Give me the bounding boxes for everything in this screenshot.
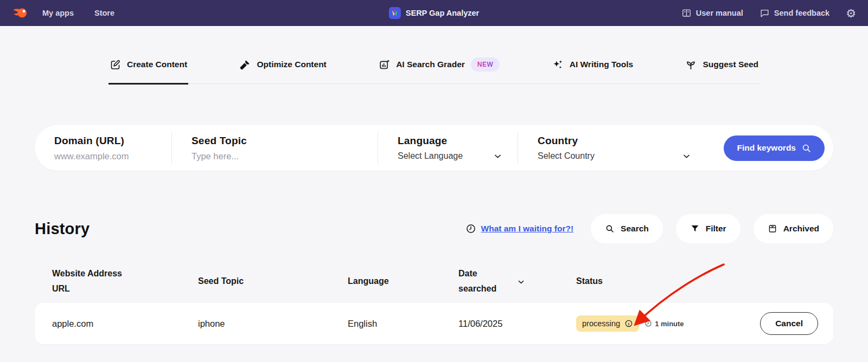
seed-topic-field: Seed Topic <box>171 132 378 164</box>
history-title: History <box>35 220 90 238</box>
elapsed-time: 1 minute <box>644 320 684 328</box>
tab-ai-writing-tools[interactable]: AI Writing Tools <box>551 57 634 83</box>
hammer-icon <box>239 59 251 70</box>
archive-box-icon <box>768 224 777 234</box>
search-button[interactable]: Search <box>591 214 663 243</box>
info-icon <box>624 319 633 328</box>
seed-topic-input[interactable] <box>192 151 363 161</box>
filter-funnel-icon <box>690 224 700 234</box>
language-label: Language <box>398 135 512 147</box>
nav-store[interactable]: Store <box>94 9 114 17</box>
chevron-down-icon <box>682 152 691 161</box>
country-label: Country <box>538 135 701 147</box>
tab-ai-search-grader[interactable]: AI Search Grader NEW <box>378 57 501 83</box>
settings-gear-icon[interactable]: ⚙ <box>846 8 856 19</box>
edit-icon <box>110 59 121 70</box>
topbar: My apps Store SERP Gap Analyzer User man… <box>0 0 868 26</box>
user-manual-button[interactable]: User manual <box>681 8 743 18</box>
cell-website: apple.com <box>52 319 198 329</box>
tab-suggest-seed[interactable]: Suggest Seed <box>684 57 760 83</box>
col-language: Language <box>348 274 458 289</box>
search-icon <box>605 224 615 234</box>
seed-topic-label: Seed Topic <box>192 135 372 147</box>
clock-icon <box>644 320 652 327</box>
waiting-info-link[interactable]: What am I waiting for?! <box>465 223 574 234</box>
book-icon <box>681 8 692 18</box>
find-keywords-button[interactable]: Find keywords <box>724 135 825 161</box>
tab-create-content[interactable]: Create Content <box>108 57 188 83</box>
language-field: Language Select Language <box>378 132 518 164</box>
history-header: History What am I waiting for?! Search F… <box>35 214 833 243</box>
app-title: SERP Gap Analyzer <box>406 9 479 17</box>
col-seed-topic: Seed Topic <box>198 274 348 289</box>
topbar-nav: My apps Store <box>42 9 114 17</box>
archived-button[interactable]: Archived <box>754 214 833 243</box>
cancel-button[interactable]: Cancel <box>760 312 818 335</box>
clock-icon <box>465 223 476 234</box>
send-feedback-button[interactable]: Send feedback <box>760 8 829 18</box>
sort-chevron-down-icon <box>517 278 525 286</box>
tab-optimize-content[interactable]: Optimize Content <box>238 57 327 83</box>
nav-my-apps[interactable]: My apps <box>42 9 74 17</box>
table-row: apple.com iphone English 11/06/2025 proc… <box>35 303 833 344</box>
sparkles-icon <box>552 59 564 70</box>
cell-date: 11/06/2025 <box>458 319 576 329</box>
cell-seed-topic: iphone <box>198 319 348 329</box>
country-field: Country Select Country <box>518 132 706 164</box>
keyword-search-form: Domain (URL) Seed Topic Language Select … <box>35 125 833 171</box>
history-table-header: Website Address URL Seed Topic Language … <box>35 266 833 296</box>
new-badge: NEW <box>471 57 500 72</box>
cell-status: processing 1 minute <box>576 315 739 332</box>
language-select[interactable]: Select Language <box>398 151 512 161</box>
col-date-searched[interactable]: Date searched <box>458 266 576 296</box>
status-badge[interactable]: processing <box>576 315 639 332</box>
col-status: Status <box>576 274 739 289</box>
domain-input[interactable] <box>54 151 161 161</box>
domain-label: Domain (URL) <box>54 135 166 147</box>
col-website-address: Website Address URL <box>52 266 139 296</box>
app-title-group: SERP Gap Analyzer <box>389 7 479 19</box>
domain-field: Domain (URL) <box>35 132 171 164</box>
serp-gap-analyzer-app-icon <box>389 7 401 19</box>
seedling-icon <box>685 59 697 70</box>
feedback-bubble-icon <box>760 8 770 18</box>
cell-language: English <box>348 319 458 329</box>
country-select[interactable]: Select Country <box>538 151 701 161</box>
chevron-down-icon <box>493 152 502 161</box>
grader-chart-icon <box>379 59 390 70</box>
semrush-logo-icon[interactable] <box>12 5 28 21</box>
filter-button[interactable]: Filter <box>676 214 741 243</box>
topbar-actions: User manual Send feedback ⚙ <box>681 8 856 19</box>
search-icon <box>801 143 812 153</box>
content-tabs: Create Content Optimize Content AI Searc… <box>108 57 760 84</box>
